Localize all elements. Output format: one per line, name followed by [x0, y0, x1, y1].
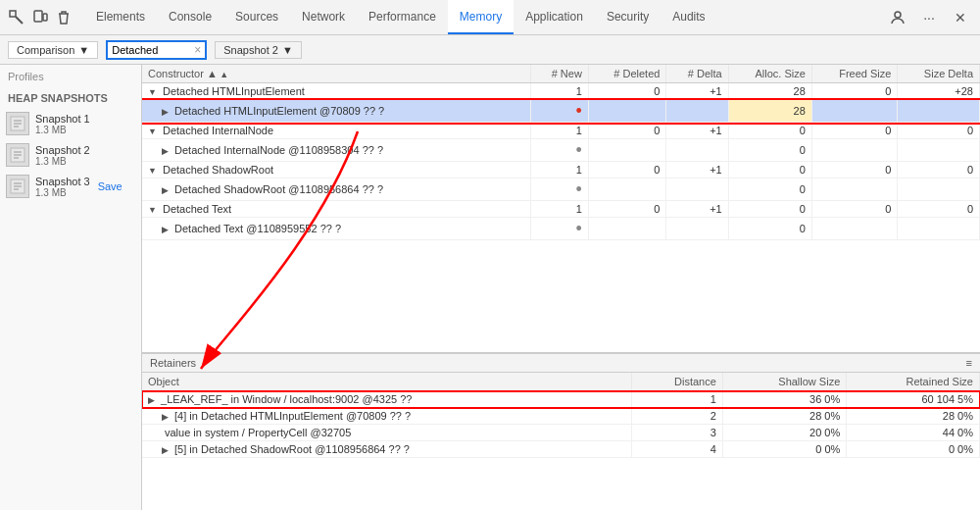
user-icon[interactable] — [886, 6, 909, 29]
expand-icon[interactable]: ▶ — [162, 185, 169, 195]
table-row[interactable]: ▶ Detached Text @1108959552 ?? ? • 0 — [142, 218, 980, 240]
expand-icon[interactable]: ▶ — [162, 107, 169, 117]
cell-freed-size — [811, 178, 898, 201]
cell-delta: +1 — [666, 123, 728, 139]
retainer-cell-object: ▶ [4] in Detached HTMLInputElement @7080… — [142, 408, 631, 425]
expand-icon[interactable]: ▶ — [162, 225, 169, 234]
tab-application[interactable]: Application — [514, 0, 595, 34]
snapshot1-name: Snapshot 1 — [35, 113, 90, 125]
col-freed-size[interactable]: Freed Size — [811, 65, 898, 83]
retainers-menu-icon[interactable]: ≡ — [966, 357, 972, 369]
sidebar-item-snapshot1[interactable]: Snapshot 1 1.3 MB — [0, 108, 141, 139]
filter-input[interactable] — [112, 44, 190, 56]
expand-icon[interactable]: ▶ — [162, 412, 169, 422]
cell-size-delta: 0 — [898, 201, 980, 218]
svg-point-3 — [895, 12, 901, 18]
cell-constructor: ▼ Detached HTMLInputElement — [142, 83, 531, 100]
cell-new: • — [531, 139, 588, 162]
expand-icon[interactable]: ▶ — [162, 445, 169, 455]
table-row[interactable]: ▼ Detached HTMLInputElement 1 0 +1 28 0 … — [142, 83, 980, 100]
expand-icon[interactable]: ▶ — [162, 146, 169, 156]
retainer-cell-distance: 2 — [631, 408, 722, 425]
tab-memory[interactable]: Memory — [448, 0, 514, 34]
inspect-icon[interactable] — [8, 9, 25, 26]
snapshot-dropdown[interactable]: Snapshot 2 ▼ — [215, 41, 302, 59]
table-row[interactable]: ▼ Detached ShadowRoot 1 0 +1 0 0 0 — [142, 162, 980, 178]
retainer-col-distance[interactable]: Distance — [631, 373, 722, 391]
top-table[interactable]: Constructor ▲ # New # Deleted # Delta Al… — [142, 65, 980, 353]
cell-new: • — [531, 218, 588, 240]
table-row[interactable]: ▶ Detached InternalNode @1108958304 ?? ?… — [142, 139, 980, 162]
tab-network[interactable]: Network — [290, 0, 357, 34]
cell-constructor: ▶ Detached InternalNode @1108958304 ?? ? — [142, 139, 531, 162]
cell-freed-size — [811, 218, 898, 240]
snapshot3-save[interactable]: Save — [98, 180, 122, 192]
cell-freed-size: 0 — [811, 162, 898, 178]
cell-size-delta — [898, 139, 980, 162]
cell-constructor: ▼ Detached Text — [142, 201, 531, 218]
table-row[interactable]: ▶ [5] in Detached ShadowRoot @1108956864… — [142, 441, 980, 458]
cell-delta: +1 — [666, 83, 728, 100]
sidebar-item-snapshot2[interactable]: Snapshot 2 1.3 MB — [0, 139, 141, 171]
sidebar-item-snapshot3[interactable]: Snapshot 3 1.3 MB Save — [0, 171, 141, 202]
content-area: Constructor ▲ # New # Deleted # Delta Al… — [142, 65, 980, 510]
toolbar: Comparison ▼ × Snapshot 2 ▼ — [0, 35, 980, 65]
delete-icon[interactable] — [55, 9, 73, 26]
cell-new: • — [531, 178, 588, 201]
filter-clear-icon[interactable]: × — [194, 43, 201, 57]
tab-performance[interactable]: Performance — [357, 0, 448, 34]
col-alloc-size[interactable]: Alloc. Size — [728, 65, 811, 83]
cell-deleted — [588, 139, 666, 162]
expand-icon[interactable]: ▼ — [148, 166, 157, 176]
cell-constructor: ▶ Detached HTMLInputElement @70809 ?? ? — [142, 100, 531, 123]
cell-size-delta: 0 — [898, 123, 980, 139]
retainer-cell-shallow: 28 0% — [722, 408, 846, 425]
snapshot2-name: Snapshot 2 — [35, 144, 90, 156]
retainer-col-object[interactable]: Object — [142, 373, 631, 391]
cell-delta: +1 — [666, 201, 728, 218]
cell-deleted: 0 — [588, 201, 666, 218]
retainer-col-shallow[interactable]: Shallow Size — [722, 373, 846, 391]
table-row[interactable]: ▼ Detached Text 1 0 +1 0 0 0 — [142, 201, 980, 218]
table-row[interactable]: ▶ _LEAK_REF_ in Window / localhost:9002 … — [142, 391, 980, 408]
col-delta[interactable]: # Delta — [666, 65, 728, 83]
cell-alloc-size: 28 — [728, 100, 811, 123]
table-row[interactable]: value in system / PropertyCell @32705 3 … — [142, 425, 980, 441]
tab-console[interactable]: Console — [157, 0, 223, 34]
retainer-cell-retained: 60 104 5% — [847, 391, 980, 408]
close-icon[interactable]: ✕ — [949, 6, 972, 29]
tab-elements[interactable]: Elements — [84, 0, 157, 34]
retainer-cell-shallow: 20 0% — [722, 425, 846, 441]
cell-size-delta — [898, 178, 980, 201]
retainer-cell-object: ▶ [5] in Detached ShadowRoot @1108956864… — [142, 441, 631, 458]
table-row[interactable]: ▶ [4] in Detached HTMLInputElement @7080… — [142, 408, 980, 425]
snapshot1-icon — [6, 112, 29, 135]
table-row[interactable]: ▼ Detached InternalNode 1 0 +1 0 0 0 — [142, 123, 980, 139]
tab-audits[interactable]: Audits — [661, 0, 716, 34]
col-constructor[interactable]: Constructor ▲ — [142, 65, 531, 83]
expand-icon[interactable]: ▼ — [148, 87, 157, 97]
cell-new: • — [531, 100, 588, 123]
col-new[interactable]: # New — [531, 65, 588, 83]
comparison-dropdown[interactable]: Comparison ▼ — [8, 41, 98, 59]
device-icon[interactable] — [31, 9, 49, 26]
heap-snapshots-label: HEAP SNAPSHOTS — [0, 88, 141, 108]
cell-deleted — [588, 178, 666, 201]
nav-right: ··· ✕ — [886, 6, 972, 29]
more-icon[interactable]: ··· — [917, 6, 941, 29]
table-row[interactable]: ▶ Detached HTMLInputElement @70809 ?? ? … — [142, 100, 980, 123]
expand-icon[interactable]: ▼ — [148, 205, 157, 215]
col-deleted[interactable]: # Deleted — [588, 65, 666, 83]
expand-icon[interactable]: ▼ — [148, 127, 157, 136]
tab-sources[interactable]: Sources — [223, 0, 290, 34]
dropdown-arrow: ▼ — [78, 44, 89, 56]
bottom-table[interactable]: Object Distance Shallow Size Retained Si… — [142, 373, 980, 510]
cell-alloc-size: 0 — [728, 139, 811, 162]
col-size-delta[interactable]: Size Delta — [898, 65, 980, 83]
table-row[interactable]: ▶ Detached ShadowRoot @1108956864 ?? ? •… — [142, 178, 980, 201]
expand-icon[interactable]: ▶ — [148, 395, 155, 405]
retainers-label: Retainers — [150, 357, 196, 369]
retainer-col-retained[interactable]: Retained Size — [847, 373, 980, 391]
tab-security[interactable]: Security — [595, 0, 661, 34]
cell-delta: +1 — [666, 162, 728, 178]
